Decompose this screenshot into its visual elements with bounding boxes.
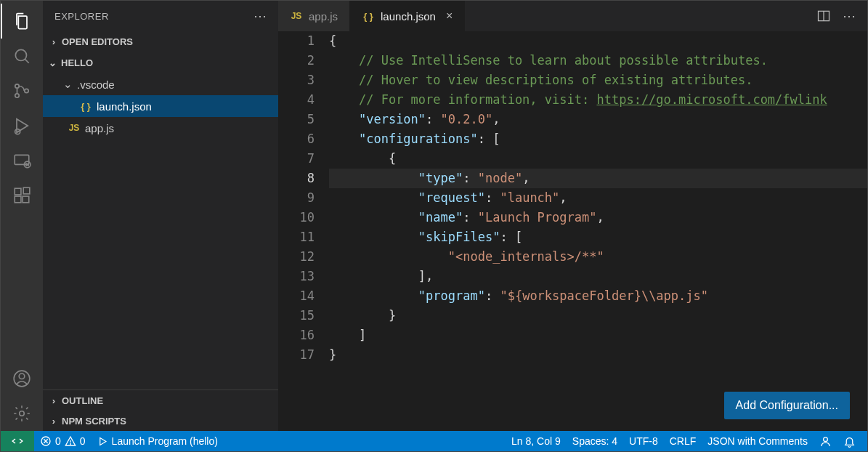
- svg-rect-12: [23, 196, 29, 203]
- chevron-down-icon: ⌄: [49, 57, 57, 68]
- remote-indicator[interactable]: [1, 431, 34, 451]
- svg-point-3: [15, 94, 19, 97]
- sidebar-title: EXPLORER: [54, 11, 109, 22]
- tab-label: launch.json: [381, 10, 436, 23]
- json-file-icon: { }: [79, 100, 92, 113]
- file-label: launch.json: [97, 100, 152, 113]
- chevron-right-icon: ›: [49, 395, 59, 406]
- explorer-sidebar: EXPLORER ⋯ › OPEN EDITORS ⌄ HELLO ⌄ .vsc…: [43, 1, 278, 431]
- eol-status[interactable]: CRLF: [664, 431, 702, 451]
- open-editors-section[interactable]: › OPEN EDITORS: [43, 31, 278, 52]
- workspace-root[interactable]: ⌄ HELLO: [43, 52, 278, 73]
- debug-config-status[interactable]: Launch Program (hello): [92, 431, 224, 451]
- notifications-icon[interactable]: [837, 431, 861, 451]
- warning-count: 0: [80, 435, 86, 447]
- add-configuration-button[interactable]: Add Configuration...: [724, 392, 850, 419]
- editor-area: JS app.js { } launch.json × ⋯: [278, 1, 867, 431]
- js-file-icon: JS: [290, 9, 303, 23]
- svg-rect-11: [15, 196, 21, 203]
- line-numbers: 12 34 56 78 910 1112 1314 1516 17: [278, 31, 329, 431]
- accounts-icon[interactable]: [4, 361, 39, 396]
- json-file-icon: { }: [362, 9, 375, 23]
- sidebar-more-icon[interactable]: ⋯: [253, 8, 267, 24]
- feedback-icon[interactable]: [814, 431, 837, 451]
- js-file-icon: JS: [68, 121, 81, 134]
- file-app-js[interactable]: JS app.js: [43, 117, 278, 139]
- cursor-position-status[interactable]: Ln 8, Col 9: [506, 431, 567, 451]
- source-control-icon[interactable]: [4, 73, 39, 108]
- remote-explorer-icon[interactable]: [4, 143, 39, 178]
- file-launch-json[interactable]: { } launch.json: [43, 95, 278, 117]
- svg-line-1: [25, 59, 28, 62]
- problems-status[interactable]: 0 0: [34, 431, 92, 451]
- workspace-label: HELLO: [61, 57, 93, 68]
- tab-label: app.js: [309, 10, 338, 23]
- svg-rect-6: [15, 155, 29, 164]
- svg-point-4: [25, 89, 28, 92]
- folder-vscode[interactable]: ⌄ .vscode: [43, 73, 278, 95]
- search-icon[interactable]: [4, 39, 39, 73]
- svg-point-15: [19, 374, 25, 379]
- svg-rect-13: [23, 187, 30, 194]
- open-editors-label: OPEN EDITORS: [62, 36, 133, 47]
- run-debug-icon[interactable]: [4, 108, 39, 143]
- file-label: app.js: [85, 122, 114, 134]
- chevron-down-icon: ⌄: [63, 78, 73, 91]
- launch-config-label: Launch Program (hello): [112, 435, 218, 447]
- svg-point-0: [15, 49, 26, 60]
- svg-rect-10: [15, 188, 21, 195]
- error-count: 0: [55, 435, 61, 447]
- svg-point-24: [824, 437, 828, 441]
- tab-bar: JS app.js { } launch.json × ⋯: [278, 1, 867, 31]
- outline-label: OUTLINE: [62, 395, 103, 406]
- tab-launch-json[interactable]: { } launch.json ×: [350, 1, 465, 31]
- svg-point-16: [20, 411, 25, 416]
- code-content[interactable]: { // Use IntelliSense to learn about pos…: [329, 31, 867, 431]
- activity-bar: [1, 1, 43, 431]
- svg-point-2: [15, 84, 19, 88]
- status-bar: 0 0 Launch Program (hello) Ln 8, Col 9 S…: [1, 431, 867, 451]
- npm-scripts-label: NPM SCRIPTS: [62, 416, 126, 427]
- close-icon[interactable]: ×: [446, 9, 453, 23]
- indentation-status[interactable]: Spaces: 4: [567, 431, 623, 451]
- chevron-right-icon: ›: [49, 36, 59, 47]
- split-editor-icon[interactable]: [816, 9, 831, 23]
- extensions-icon[interactable]: [4, 178, 39, 213]
- npm-scripts-section[interactable]: › NPM SCRIPTS: [43, 411, 278, 431]
- outline-section[interactable]: › OUTLINE: [43, 390, 278, 411]
- chevron-right-icon: ›: [49, 416, 59, 427]
- folder-label: .vscode: [77, 78, 115, 91]
- editor-more-icon[interactable]: ⋯: [843, 8, 856, 24]
- language-mode-status[interactable]: JSON with Comments: [702, 431, 814, 451]
- explorer-icon[interactable]: [4, 4, 39, 39]
- encoding-status[interactable]: UTF-8: [623, 431, 664, 451]
- code-editor[interactable]: 12 34 56 78 910 1112 1314 1516 17 { // U…: [278, 31, 867, 431]
- settings-gear-icon[interactable]: [4, 396, 39, 431]
- svg-point-23: [70, 444, 70, 445]
- tab-app-js[interactable]: JS app.js: [278, 1, 350, 31]
